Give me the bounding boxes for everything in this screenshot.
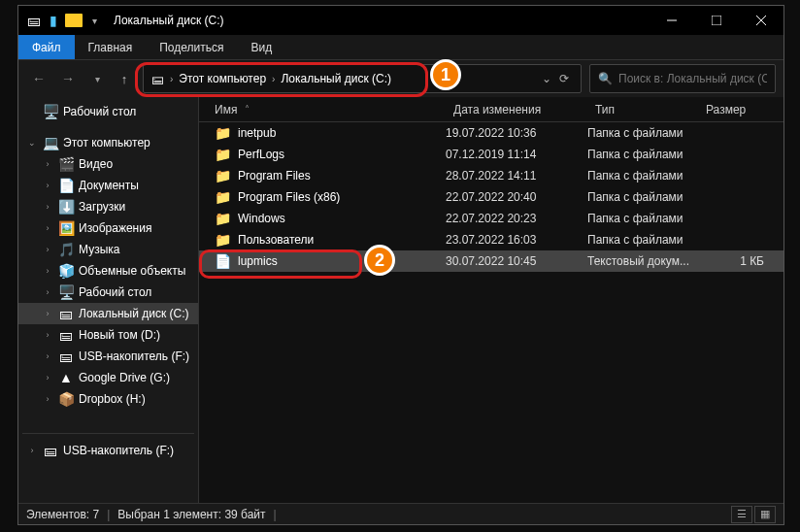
annotation-marker-2: 2 <box>364 245 395 276</box>
chevron-right-icon[interactable]: › <box>42 330 53 340</box>
sidebar-item-thispc[interactable]: ⌄💻Этот компьютер <box>18 132 198 153</box>
ribbon: Файл Главная Поделиться Вид <box>18 35 783 60</box>
sidebar-item-usb1[interactable]: ›🖴USB-накопитель (F:) <box>18 346 198 367</box>
drive-icon: 🖴 <box>26 13 42 28</box>
table-row[interactable]: 📁Program Files (x86)22.07.2022 20:40Папк… <box>199 186 783 208</box>
chevron-right-icon[interactable]: › <box>42 181 53 190</box>
table-row[interactable]: 📁PerfLogs07.12.2019 11:14Папка с файлами <box>199 144 783 165</box>
status-count: Элементов: 7 <box>26 508 99 521</box>
ribbon-tab-home[interactable]: Главная <box>75 35 147 59</box>
file-icon: 📄 <box>215 253 230 269</box>
folder-icon: 📁 <box>215 232 230 248</box>
annotation-marker-1: 1 <box>430 59 461 90</box>
sidebar-item-pictures[interactable]: ›🖼️Изображения <box>18 217 198 239</box>
file-list-area: Имя˄ Дата изменения Тип Размер 📁inetpub1… <box>199 97 783 503</box>
maximize-button[interactable] <box>694 6 739 35</box>
sidebar-item-dropbox[interactable]: ›📦Dropbox (H:) <box>18 388 198 410</box>
sidebar-item-blank <box>18 410 198 427</box>
objects3d-icon: 🧊 <box>57 263 75 279</box>
nav-forward-button[interactable]: → <box>55 66 81 91</box>
search-icon: 🔍 <box>598 72 613 85</box>
search-bar[interactable]: 🔍 <box>589 64 776 93</box>
sidebar-item-newvol[interactable]: ›🖴Новый том (D:) <box>18 324 198 346</box>
chevron-right-icon[interactable]: › <box>42 245 53 254</box>
sidebar-item-desktop2[interactable]: ›🖥️Рабочий стол <box>18 282 198 303</box>
column-headers: Имя˄ Дата изменения Тип Размер <box>199 97 783 122</box>
chevron-right-icon: › <box>170 74 173 84</box>
desktop-icon: 🖥️ <box>57 284 75 300</box>
folder-icon <box>65 14 83 27</box>
chevron-right-icon: › <box>272 74 275 84</box>
nav-up-button[interactable]: ↑ <box>114 68 135 89</box>
folder-icon: 📁 <box>215 211 230 226</box>
chevron-right-icon[interactable]: › <box>42 202 53 212</box>
usb-icon: 🖴 <box>57 349 75 364</box>
table-row-selected[interactable]: 📄lupmics30.07.2022 10:45Текстовый докум.… <box>199 250 783 272</box>
folder-icon: 📁 <box>215 125 230 141</box>
column-date[interactable]: Дата изменения <box>446 103 587 116</box>
sidebar-item-music[interactable]: ›🎵Музыка <box>18 239 198 260</box>
chevron-right-icon[interactable]: › <box>42 351 53 361</box>
chevron-right-icon[interactable]: › <box>42 266 53 276</box>
address-drive-icon: 🖴 <box>151 72 164 86</box>
chevron-right-icon[interactable]: › <box>26 446 38 455</box>
chevron-right-icon[interactable]: › <box>42 287 53 297</box>
breadcrumb-item[interactable]: Локальный диск (C:) <box>281 72 391 85</box>
chevron-down-icon[interactable]: ⌄ <box>26 138 38 148</box>
close-button[interactable] <box>739 6 783 35</box>
downloads-icon: ⬇️ <box>57 199 75 215</box>
chevron-right-icon[interactable]: › <box>42 159 53 169</box>
search-input[interactable] <box>618 72 767 85</box>
ribbon-tab-view[interactable]: Вид <box>237 35 285 59</box>
navbar: ← → ▾ ↑ 🖴 › Этот компьютер › Локальный д… <box>18 60 783 97</box>
sidebar-item-video[interactable]: ›🎬Видео <box>18 153 198 175</box>
folder-icon: 📁 <box>215 189 230 205</box>
ribbon-file-tab[interactable]: Файл <box>18 35 75 59</box>
nav-back-button[interactable]: ← <box>26 66 51 91</box>
folder-icon: 📁 <box>215 147 230 162</box>
statusbar: Элементов: 7 | Выбран 1 элемент: 39 байт… <box>18 503 783 524</box>
sidebar-item-3dobjects[interactable]: ›🧊Объемные объекты <box>18 260 198 282</box>
sidebar: 🖥️Рабочий стол ⌄💻Этот компьютер ›🎬Видео … <box>18 97 199 503</box>
sidebar-item-usb2[interactable]: ›🖴USB-накопитель (F:) <box>18 440 198 461</box>
view-icons-button[interactable]: ▦ <box>754 506 776 523</box>
sidebar-item-desktop[interactable]: 🖥️Рабочий стол <box>18 101 198 122</box>
column-name[interactable]: Имя˄ <box>199 103 446 116</box>
nav-history-dropdown[interactable]: ▾ <box>84 66 110 91</box>
chevron-right-icon[interactable]: › <box>42 223 53 233</box>
desktop-icon: 🖥️ <box>42 104 59 119</box>
table-row[interactable]: 📁Пользователи23.07.2022 16:03Папка с фай… <box>199 229 783 250</box>
dropbox-icon: 📦 <box>57 391 75 407</box>
sort-asc-icon: ˄ <box>245 104 250 115</box>
table-row[interactable]: 📁Windows22.07.2022 20:23Папка с файлами <box>199 208 783 229</box>
refresh-icon[interactable]: ⟳ <box>555 72 573 85</box>
table-row[interactable]: 📁Program Files28.07.2022 14:11Папка с фа… <box>199 165 783 186</box>
address-bar[interactable]: 🖴 › Этот компьютер › Локальный диск (C:)… <box>143 64 582 93</box>
video-icon: 🎬 <box>57 156 75 172</box>
sidebar-item-localdisk[interactable]: ›🖴Локальный диск (C:) <box>18 303 198 324</box>
qat-dropdown-icon[interactable]: ▾ <box>86 13 102 28</box>
folder-icon: 📁 <box>215 168 230 183</box>
column-type[interactable]: Тип <box>587 103 698 116</box>
view-details-button[interactable]: ☰ <box>731 506 752 523</box>
documents-icon: 📄 <box>57 178 75 193</box>
sidebar-item-gdrive[interactable]: ›▲Google Drive (G:) <box>18 367 198 388</box>
status-selection: Выбран 1 элемент: 39 байт <box>117 508 265 521</box>
ribbon-tab-share[interactable]: Поделиться <box>146 35 237 59</box>
chevron-right-icon[interactable]: › <box>42 373 53 382</box>
chevron-right-icon[interactable]: › <box>42 309 53 318</box>
column-size[interactable]: Размер <box>698 103 783 116</box>
drive-icon: 🖴 <box>57 327 75 343</box>
sidebar-item-downloads[interactable]: ›⬇️Загрузки <box>18 196 198 217</box>
sidebar-item-documents[interactable]: ›📄Документы <box>18 175 198 196</box>
minimize-button[interactable] <box>650 6 694 35</box>
usb-icon: 🖴 <box>42 443 59 458</box>
file-list: 📁inetpub19.07.2022 10:36Папка с файлами … <box>199 122 783 272</box>
drive-icon: 🖴 <box>57 306 75 321</box>
breadcrumb-item[interactable]: Этот компьютер <box>179 72 266 85</box>
svg-rect-1 <box>712 16 721 25</box>
chevron-right-icon[interactable]: › <box>42 394 53 404</box>
address-dropdown-icon[interactable]: ⌄ <box>538 72 555 85</box>
table-row[interactable]: 📁inetpub19.07.2022 10:36Папка с файлами <box>199 122 783 144</box>
titlebar: 🖴 ▮ ▾ Локальный диск (C:) <box>18 6 783 35</box>
